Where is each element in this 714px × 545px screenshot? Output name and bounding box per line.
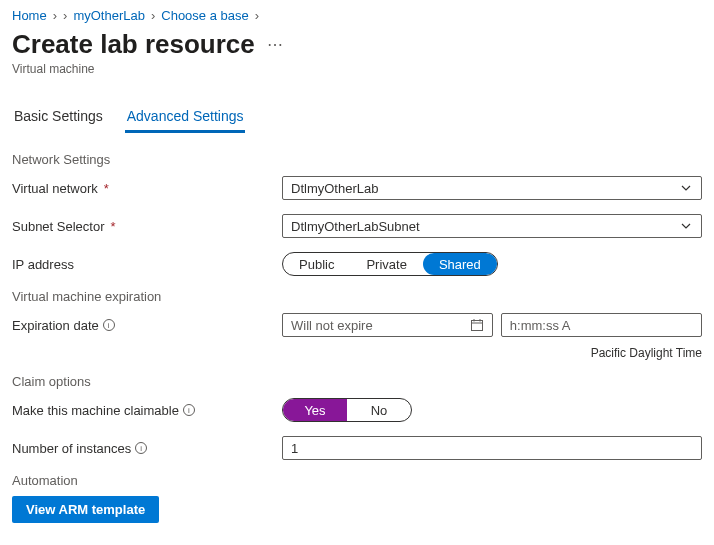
ip-option-public[interactable]: Public (283, 253, 350, 275)
tabs: Basic Settings Advanced Settings (12, 104, 702, 134)
info-icon[interactable]: i (135, 442, 147, 454)
view-arm-template-button[interactable]: View ARM template (12, 496, 159, 523)
chevron-right-icon: › (63, 8, 67, 23)
ip-address-label: IP address (12, 257, 282, 272)
subnet-selector-select[interactable]: DtlmyOtherLabSubnet (282, 214, 702, 238)
more-actions-icon[interactable]: ⋯ (267, 35, 283, 54)
section-claim-options: Claim options (12, 374, 702, 389)
ip-option-private[interactable]: Private (350, 253, 422, 275)
page-subtitle: Virtual machine (12, 62, 702, 76)
tab-basic-settings[interactable]: Basic Settings (12, 104, 105, 133)
expiration-date-label: Expiration date i (12, 318, 282, 333)
virtual-network-value: DtlmyOtherLab (291, 181, 378, 196)
expiration-time-field[interactable] (510, 318, 693, 333)
tab-advanced-settings[interactable]: Advanced Settings (125, 104, 246, 133)
expiration-date-value: Will not expire (291, 318, 373, 333)
claimable-toggle: Yes No (282, 398, 412, 422)
section-vm-expiration: Virtual machine expiration (12, 289, 702, 304)
breadcrumb-lab[interactable]: myOtherLab (73, 8, 145, 23)
breadcrumb: Home › › myOtherLab › Choose a base › (12, 8, 702, 23)
timezone-note: Pacific Daylight Time (12, 346, 702, 360)
breadcrumb-home[interactable]: Home (12, 8, 47, 23)
expiration-date-select[interactable]: Will not expire (282, 313, 493, 337)
subnet-selector-value: DtlmyOtherLabSubnet (291, 219, 420, 234)
claimable-yes[interactable]: Yes (283, 399, 347, 421)
breadcrumb-choose-base[interactable]: Choose a base (161, 8, 248, 23)
ip-address-toggle: Public Private Shared (282, 252, 498, 276)
virtual-network-label: Virtual network* (12, 181, 282, 196)
svg-rect-0 (471, 321, 482, 331)
chevron-right-icon: › (151, 8, 155, 23)
virtual-network-select[interactable]: DtlmyOtherLab (282, 176, 702, 200)
info-icon[interactable]: i (103, 319, 115, 331)
claimable-no[interactable]: No (347, 399, 411, 421)
section-network-settings: Network Settings (12, 152, 702, 167)
instances-label: Number of instances i (12, 441, 282, 456)
chevron-down-icon (679, 220, 693, 232)
info-icon[interactable]: i (183, 404, 195, 416)
chevron-right-icon: › (255, 8, 259, 23)
ip-option-shared[interactable]: Shared (423, 253, 497, 275)
expiration-time-input[interactable] (501, 313, 702, 337)
instances-input-wrapper (282, 436, 702, 460)
calendar-icon (470, 318, 484, 332)
section-automation: Automation (12, 473, 702, 488)
chevron-right-icon: › (53, 8, 57, 23)
page-title: Create lab resource (12, 29, 255, 60)
subnet-selector-label: Subnet Selector* (12, 219, 282, 234)
instances-input[interactable] (291, 441, 693, 456)
chevron-down-icon (679, 182, 693, 194)
claimable-label: Make this machine claimable i (12, 403, 282, 418)
